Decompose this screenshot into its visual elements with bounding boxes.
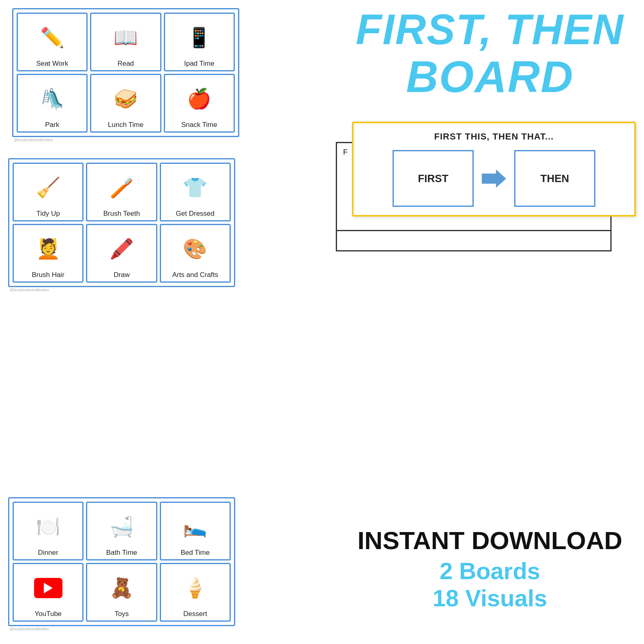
card-arts-crafts: 🎨 Arts and Crafts: [160, 224, 231, 283]
card-tidy-up: 🧹 Tidy Up: [13, 163, 84, 221]
watermark-3: @busybooksandbinders: [8, 626, 235, 632]
dessert-icon: 🍦: [177, 567, 213, 608]
bath-icon: 🛁: [103, 506, 140, 547]
card-dessert: 🍦 Dessert: [160, 563, 231, 622]
park-label: Park: [45, 121, 59, 129]
board-main: FIRST THIS, THEN THAT... FIRST THEN: [352, 122, 636, 217]
title-section: FIRST, THEN BOARD: [348, 8, 632, 102]
snack-icon: 🍎: [181, 78, 217, 119]
lunch-icon: 🥪: [107, 78, 144, 119]
card-grid-3: 🍽️ Dinner 🛁 Bath Time 🛌 Bed Time YouTube…: [8, 497, 235, 626]
read-icon: 📖: [107, 17, 144, 58]
youtube-logo: [34, 578, 62, 598]
title-line2: BOARD: [348, 51, 632, 102]
bed-label: Bed Time: [180, 549, 210, 557]
boards-count: 2 Boards: [348, 557, 632, 584]
card-bed-time: 🛌 Bed Time: [160, 502, 231, 560]
youtube-icon: [28, 567, 69, 608]
tidy-label: Tidy Up: [36, 210, 60, 218]
seat-work-icon: ✏️: [34, 17, 71, 58]
card-dinner: 🍽️ Dinner: [13, 502, 84, 560]
grid2-section: 🧹 Tidy Up 🪥 Brush Teeth 👕 Get Dressed 💆 …: [8, 158, 235, 293]
card-read: 📖 Read: [90, 13, 161, 71]
get-dressed-label: Get Dressed: [176, 210, 215, 218]
arrow-icon: [482, 170, 506, 188]
dinner-icon: 🍽️: [30, 506, 67, 547]
draw-icon: 🖍️: [103, 228, 140, 269]
card-youtube: YouTube: [13, 563, 84, 622]
card-seat-work: ✏️ Seat Work: [17, 13, 88, 71]
title-line1: FIRST, THEN: [348, 8, 632, 51]
card-toys: 🧸 Toys: [86, 563, 157, 622]
card-lunch-time: 🥪 Lunch Time: [90, 74, 161, 133]
seat-work-label: Seat Work: [36, 60, 68, 68]
brush-hair-label: Brush Hair: [32, 271, 64, 279]
draw-label: Draw: [114, 271, 130, 279]
svg-marker-0: [482, 170, 506, 188]
then-box: THEN: [514, 150, 595, 207]
brush-teeth-label: Brush Teeth: [103, 210, 140, 218]
instant-download-label: INSTANT DOWNLOAD: [348, 528, 632, 553]
ipad-label: Ipad Time: [184, 60, 215, 68]
brush-teeth-icon: 🪥: [103, 167, 140, 208]
tidy-icon: 🧹: [30, 167, 67, 208]
arrow-svg: [482, 170, 506, 188]
card-draw: 🖍️ Draw: [86, 224, 157, 283]
toys-icon: 🧸: [103, 567, 140, 608]
first-then-boxes: FIRST THEN: [364, 150, 624, 207]
dessert-label: Dessert: [183, 610, 207, 618]
dinner-label: Dinner: [38, 549, 58, 557]
bath-label: Bath Time: [106, 549, 137, 557]
brush-hair-icon: 💆: [30, 228, 67, 269]
snack-label: Snack Time: [181, 121, 217, 129]
card-ipad-time: 📱 Ipad Time: [164, 13, 235, 71]
board-subtitle: FIRST THIS, THEN THAT...: [364, 131, 624, 142]
bed-icon: 🛌: [177, 506, 213, 547]
watermark-2: @busybooksandbinders: [8, 287, 235, 293]
grid3-section: 🍽️ Dinner 🛁 Bath Time 🛌 Bed Time YouTube…: [8, 497, 235, 632]
lunch-label: Lunch Time: [108, 121, 144, 129]
card-park: 🛝 Park: [17, 74, 88, 133]
grid1-section: ✏️ Seat Work 📖 Read 📱 Ipad Time 🛝 Park 🥪…: [12, 8, 239, 143]
card-brush-hair: 💆 Brush Hair: [13, 224, 84, 283]
ipad-icon: 📱: [181, 17, 217, 58]
card-brush-teeth: 🪥 Brush Teeth: [86, 163, 157, 221]
board-demo-section: FIRS F FIRST THIS, THEN THAT... FIRST TH…: [336, 122, 636, 217]
card-bath-time: 🛁 Bath Time: [86, 502, 157, 560]
card-grid-1: ✏️ Seat Work 📖 Read 📱 Ipad Time 🛝 Park 🥪…: [12, 8, 239, 137]
main-container: ✏️ Seat Work 📖 Read 📱 Ipad Time 🛝 Park 🥪…: [0, 0, 644, 644]
visuals-count: 18 Visuals: [348, 584, 632, 612]
download-section: INSTANT DOWNLOAD 2 Boards 18 Visuals: [348, 528, 632, 612]
read-label: Read: [118, 60, 134, 68]
get-dressed-icon: 👕: [177, 167, 213, 208]
watermark-1: @busybooksandbinders: [12, 137, 239, 143]
arts-crafts-label: Arts and Crafts: [172, 271, 218, 279]
arts-crafts-icon: 🎨: [177, 228, 213, 269]
first-box: FIRST: [393, 150, 474, 207]
card-grid-2: 🧹 Tidy Up 🪥 Brush Teeth 👕 Get Dressed 💆 …: [8, 158, 235, 287]
card-snack-time: 🍎 Snack Time: [164, 74, 235, 133]
youtube-label: YouTube: [34, 610, 62, 618]
park-icon: 🛝: [34, 78, 71, 119]
card-get-dressed: 👕 Get Dressed: [160, 163, 231, 221]
toys-label: Toys: [115, 610, 129, 618]
